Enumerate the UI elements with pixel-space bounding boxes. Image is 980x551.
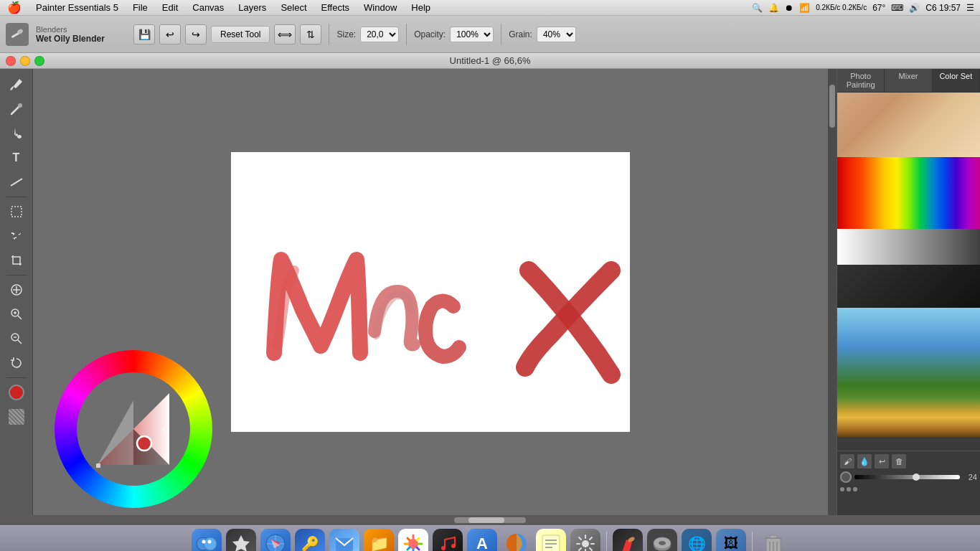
minimize-button[interactable] [20, 56, 30, 66]
dock-launchpad[interactable] [226, 529, 256, 552]
svg-rect-5 [11, 207, 22, 217]
rotate-tool[interactable] [5, 352, 28, 375]
menu-record-icon[interactable]: ⏺ [785, 3, 793, 13]
vertical-scrollbar[interactable] [828, 69, 837, 515]
menu-wifi-icon[interactable]: 📶 [799, 3, 810, 13]
swatch-peach [837, 93, 980, 157]
dot-2 [847, 487, 851, 491]
menu-keyboard[interactable]: ⌨ [891, 3, 903, 13]
transform-tool[interactable] [5, 225, 28, 248]
tab-photo-painting[interactable]: Photo Painting [837, 69, 885, 92]
toolbar: Blenders Wet Oily Blender 💾 ↩ ↪ Reset To… [0, 16, 980, 53]
dock-photos[interactable] [398, 529, 428, 552]
dock-webdav[interactable]: 🌐 [682, 529, 712, 552]
color-picker[interactable]: + [55, 350, 212, 508]
flip-h-button[interactable]: ⟺ [274, 24, 296, 44]
menu-select[interactable]: Select [273, 2, 314, 13]
h-scrollbar-track[interactable] [454, 517, 526, 523]
menu-edit[interactable]: Edit [155, 2, 185, 13]
scrollbar-thumb[interactable] [829, 85, 835, 128]
brush-tool[interactable] [5, 98, 28, 121]
paper-texture[interactable] [5, 405, 28, 428]
tool-icon [6, 23, 29, 46]
trash-icon[interactable]: 🗑 [892, 454, 906, 468]
dock-appstore[interactable]: A [467, 529, 497, 552]
dock-1password[interactable]: 🔑 [295, 529, 325, 552]
tool-category: Blenders [36, 25, 129, 34]
dropper-icon[interactable]: 💧 [857, 454, 872, 468]
zoom-out-tool[interactable] [5, 327, 28, 350]
dock-photos2[interactable]: 🖼 [716, 529, 746, 552]
apple-menu[interactable]: 🍎 [0, 1, 29, 14]
dock-disk-utility[interactable] [647, 529, 677, 552]
line-tool[interactable] [5, 171, 28, 194]
panel-tabs: Photo Painting Mixer Color Set [837, 69, 980, 93]
separator-2 [406, 24, 407, 45]
save-button[interactable]: 💾 [133, 24, 155, 44]
drawing-canvas[interactable] [231, 152, 630, 432]
flip-v-button[interactable]: ⇅ [300, 24, 321, 44]
dock-notes[interactable] [536, 529, 566, 552]
menu-canvas[interactable]: Canvas [185, 2, 231, 13]
opacity-select[interactable]: 100% 75% 50% 25% [450, 27, 494, 42]
swatch-landscape [837, 308, 980, 437]
svg-rect-14 [96, 463, 100, 468]
menu-layers[interactable]: Layers [231, 2, 273, 13]
grain-select[interactable]: 40% 20% 60% 80% [537, 27, 576, 42]
menu-volume[interactable]: 🔊 [909, 3, 920, 13]
toolbar-separator-1 [6, 197, 27, 197]
color-size-slider[interactable] [854, 475, 960, 479]
text-tool[interactable]: T [5, 146, 28, 169]
opacity-label: Opacity: [414, 29, 446, 39]
color-wheel[interactable]: + [55, 350, 212, 508]
dock-mail[interactable] [329, 529, 359, 552]
menu-bar: 🍎 Painter Essentials 5 File Edit Canvas … [0, 0, 980, 16]
menu-file[interactable]: File [126, 2, 155, 13]
dock-trash[interactable] [758, 529, 788, 552]
document-title: Untitled-1 @ 66,6% [450, 55, 531, 66]
crop-tool[interactable] [5, 249, 28, 272]
brush-settings-icon[interactable]: 🖌 [840, 454, 854, 468]
svg-rect-45 [770, 535, 777, 538]
foreground-color[interactable] [5, 381, 28, 404]
reset-tool-button[interactable]: Reset Tool [211, 26, 270, 43]
menu-help[interactable]: Help [404, 2, 438, 13]
tab-color-set[interactable]: Color Set [933, 69, 980, 92]
fill-tool[interactable] [5, 122, 28, 145]
toolbar-separator-3 [6, 377, 27, 378]
size-select[interactable]: 20,0 10,0 30,0 50,0 [360, 27, 399, 42]
dock-separator [606, 532, 607, 552]
dock-music[interactable] [433, 529, 463, 552]
panel-control-row-1: 🖌 💧 ↩ 🗑 [840, 454, 977, 468]
menu-list-icon[interactable]: ☰ [966, 3, 974, 13]
selection-tool[interactable] [5, 200, 28, 223]
close-button[interactable] [6, 56, 16, 66]
dock-painter[interactable] [613, 529, 643, 552]
menu-effects[interactable]: Effects [314, 2, 357, 13]
svg-line-29 [417, 547, 419, 550]
dock-safari[interactable] [260, 529, 291, 552]
menu-right-items: 🔍 🔔 ⏺ 📶 0.2КБ/с 0.2КБ/с 67° ⌨ 🔊 C6 19:57… [752, 3, 980, 13]
dock-system-prefs[interactable] [570, 529, 600, 552]
h-scrollbar-thumb[interactable] [468, 517, 504, 523]
svg-point-33 [451, 544, 456, 548]
dock-filezilla[interactable]: 📁 [364, 529, 394, 552]
undo-button[interactable]: ↩ [159, 24, 181, 44]
dock-finder[interactable] [192, 529, 222, 552]
menu-window[interactable]: Window [357, 2, 404, 13]
zoom-in-tool[interactable] [5, 303, 28, 326]
tab-mixer[interactable]: Mixer [885, 69, 932, 92]
redo-button[interactable]: ↪ [185, 24, 207, 44]
maximize-button[interactable] [34, 56, 44, 66]
swatch-darks [837, 265, 980, 308]
clone-tool[interactable] [5, 278, 28, 301]
menu-painter[interactable]: Painter Essentials 5 [29, 2, 126, 13]
menu-notification-icon[interactable]: 🔔 [768, 3, 779, 13]
svg-line-2 [11, 106, 19, 114]
undo-arrow-icon[interactable]: ↩ [875, 454, 889, 468]
menu-search-icon[interactable]: 🔍 [752, 3, 763, 13]
eyedropper-tool[interactable] [5, 73, 28, 96]
separator-3 [501, 24, 501, 45]
dock-firefox[interactable] [501, 529, 532, 552]
color-triangle-svg[interactable]: + [83, 379, 184, 479]
